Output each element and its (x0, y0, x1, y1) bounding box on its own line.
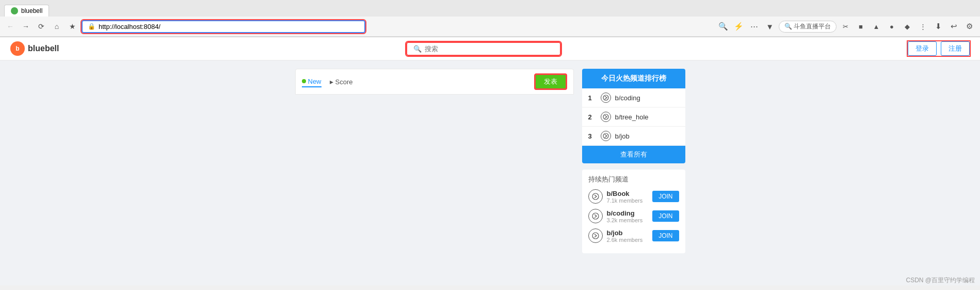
content-right: 今日火热频道排行榜 1 b/coding 2 b/tree_hole (582, 69, 685, 253)
search-input[interactable] (425, 45, 554, 53)
header-search[interactable]: 🔍 (406, 42, 561, 56)
download-icon-btn[interactable]: ⬇ (931, 20, 945, 33)
tab-favicon (11, 7, 18, 14)
rank-3: 3 (588, 132, 597, 140)
cut-icon-btn[interactable]: ✂ (839, 20, 852, 33)
svg-point-1 (603, 114, 608, 119)
join-button-3[interactable]: JOIN (652, 230, 679, 241)
popular-item-1: b/Book 7.1k members JOIN (588, 189, 679, 204)
svg-point-2 (603, 133, 608, 139)
popular-name-3: b/job (607, 229, 649, 237)
channel-1-name: b/coding (615, 94, 640, 102)
popular-channels-widget: 持续热门频道 b/Book 7.1k members JOIN (582, 170, 685, 253)
tab-bar: New ▸ Score 发表 (295, 69, 574, 95)
reload-button[interactable]: ⟳ (35, 20, 47, 33)
logo-icon: b (10, 41, 25, 56)
popular-header: 持续热门频道 (588, 175, 679, 184)
ext3-icon-btn[interactable]: ● (885, 20, 898, 33)
popular-name-2: b/coding (607, 209, 649, 217)
tab-actions: 发表 (534, 73, 567, 90)
hot-channels-header: 今日火热频道排行榜 (582, 69, 685, 88)
more-icon-btn[interactable]: ⋯ (748, 20, 761, 33)
join-button-1[interactable]: JOIN (652, 191, 679, 202)
tab-score[interactable]: ▸ Score (330, 77, 353, 87)
login-button[interactable]: 登录 (908, 41, 937, 56)
back-button[interactable]: ← (4, 20, 17, 33)
tab-title: bluebell (21, 7, 42, 14)
popular-members-1: 7.1k members (607, 197, 649, 204)
dropdown-icon-btn[interactable]: ▼ (763, 20, 777, 33)
channel-1-icon (601, 93, 611, 103)
svg-point-3 (592, 193, 599, 200)
rank-2: 2 (588, 113, 597, 121)
hot-channels-widget: 今日火热频道排行榜 1 b/coding 2 b/tree_hole (582, 69, 685, 163)
bookmark-button[interactable]: ★ (66, 20, 78, 33)
search-icon-small: 🔍 (784, 23, 792, 30)
address-input[interactable] (99, 23, 359, 30)
main-area: New ▸ Score 发表 今日火热频道排行榜 1 (0, 60, 980, 262)
site-header: b bluebell 🔍 登录 注册 (0, 37, 980, 60)
rank-1: 1 (588, 94, 597, 102)
svg-point-4 (592, 213, 599, 219)
lightning-icon-btn[interactable]: ⚡ (732, 20, 746, 33)
popular-name-1: b/Book (607, 190, 649, 197)
popular-members-2: 3.2k members (607, 217, 649, 223)
undo-icon-btn[interactable]: ↩ (947, 20, 960, 33)
popular-item-3: b/job 2.6k members JOIN (588, 228, 679, 243)
hot-channel-item-2: 2 b/tree_hole (582, 108, 685, 127)
address-bar[interactable]: 🔒 (82, 20, 365, 33)
popular-info-1: b/Book 7.1k members (607, 190, 649, 204)
popular-icon-2 (588, 209, 603, 223)
popular-info-2: b/coding 3.2k members (607, 209, 649, 223)
svg-point-5 (592, 233, 599, 239)
register-button[interactable]: 注册 (941, 41, 970, 56)
search-magnifier-icon: 🔍 (413, 45, 422, 53)
toolbar-right: 🔍 ⚡ ⋯ ▼ 🔍 斗鱼直播平台 ✂ ■ ▲ ● ◆ ⋮ ⬇ ↩ ⚙ (717, 20, 976, 33)
ext4-icon-btn[interactable]: ◆ (901, 20, 914, 33)
ext1-icon-btn[interactable]: ■ (854, 20, 867, 33)
tab-new-label: New (308, 78, 322, 85)
page-content: b bluebell 🔍 登录 注册 New ▸ Scor (0, 37, 980, 285)
tab-new[interactable]: New (302, 77, 322, 87)
svg-point-0 (603, 95, 608, 100)
forward-button[interactable]: → (20, 20, 32, 33)
popular-item-2: b/coding 3.2k members JOIN (588, 209, 679, 223)
join-button-2[interactable]: JOIN (652, 210, 679, 222)
lock-icon: 🔒 (88, 23, 95, 30)
channel-2-icon (601, 112, 611, 122)
content-left: New ▸ Score 发表 (295, 69, 574, 253)
popular-icon-1 (588, 189, 603, 204)
post-button[interactable]: 发表 (534, 73, 567, 90)
hot-channel-item-1: 1 b/coding (582, 88, 685, 108)
view-all-button[interactable]: 查看所有 (582, 146, 685, 163)
browser-tab-active[interactable]: bluebell (4, 5, 49, 17)
channel-2-name: b/tree_hole (615, 113, 649, 121)
watermark: CSDN @百里守约学编程 (906, 276, 975, 285)
tab-new-dot (302, 79, 306, 83)
popular-info-3: b/job 2.6k members (607, 229, 649, 243)
browser-toolbar: ← → ⟳ ⌂ ★ 🔒 🔍 ⚡ ⋯ ▼ 🔍 斗鱼直播平台 ✂ ■ ▲ ● ◆ ⋮ (0, 17, 980, 37)
channel-3-name: b/job (615, 132, 630, 140)
tab-score-icon: ▸ (330, 78, 333, 86)
logo-text: bluebell (28, 44, 59, 53)
search-engine-label: 🔍 斗鱼直播平台 (779, 21, 837, 33)
site-logo: b bluebell (10, 41, 59, 56)
ext5-icon-btn[interactable]: ⋮ (916, 20, 929, 33)
hot-channel-item-3: 3 b/job (582, 127, 685, 146)
home-button[interactable]: ⌂ (51, 20, 63, 33)
tab-score-label: Score (335, 78, 353, 86)
browser-tabs: bluebell (0, 0, 980, 17)
popular-icon-3 (588, 228, 603, 243)
browser-chrome: bluebell ← → ⟳ ⌂ ★ 🔒 🔍 ⚡ ⋯ ▼ 🔍 斗鱼直播平台 ✂ … (0, 0, 980, 37)
popular-members-3: 2.6k members (607, 237, 649, 243)
header-auth: 登录 注册 (908, 41, 970, 56)
channel-3-icon (601, 131, 611, 141)
settings-icon-btn[interactable]: ⚙ (962, 20, 976, 33)
search-icon-btn[interactable]: 🔍 (717, 20, 730, 33)
ext2-icon-btn[interactable]: ▲ (870, 20, 883, 33)
